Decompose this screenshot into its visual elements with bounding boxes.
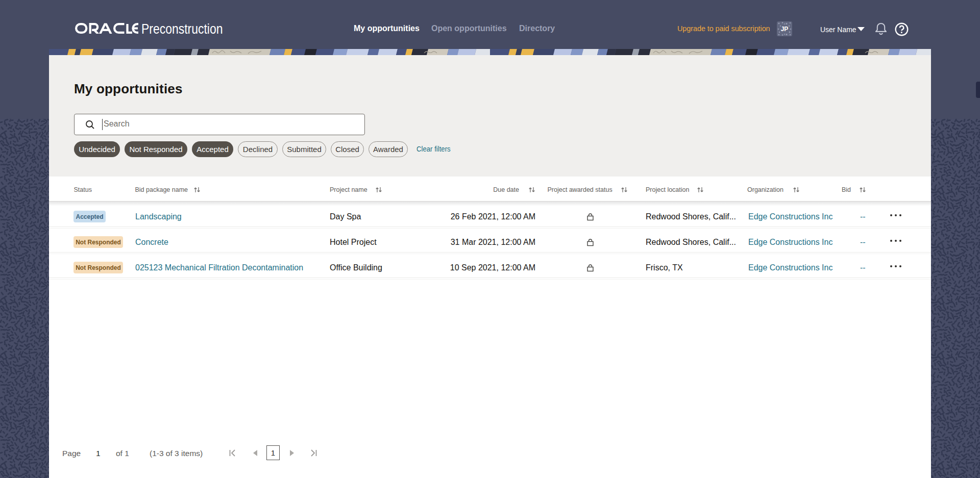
- svg-text:JP: JP: [781, 26, 789, 33]
